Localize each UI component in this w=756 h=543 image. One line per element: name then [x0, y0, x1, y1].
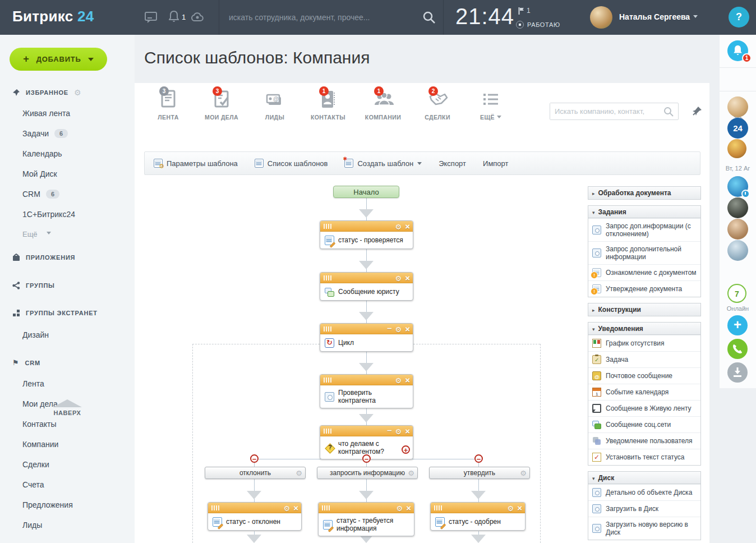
sidebar-item-live-feed[interactable]: Живая лента [22, 109, 70, 118]
bitrix24-logo[interactable]: Битрикс 24 [12, 8, 94, 25]
drag-handle[interactable] [324, 326, 333, 332]
template-params-button[interactable]: Параметры шаблона [154, 159, 238, 168]
sidebar-item-leads[interactable]: Лиды [22, 521, 42, 530]
sidebar-item-quotes[interactable]: Предложения [22, 500, 73, 509]
search-icon[interactable] [422, 11, 436, 24]
messenger-icon[interactable] [145, 12, 158, 24]
gear-icon[interactable] [397, 503, 403, 513]
tab-deals[interactable]: 2 СДЕЛКИ [412, 90, 463, 121]
collapse-branch-button[interactable] [362, 454, 371, 463]
add-branch-button[interactable] [402, 445, 410, 454]
tab-feed[interactable]: 3 ЛЕНТА [142, 90, 194, 121]
drag-handle[interactable] [322, 505, 331, 510]
groups-section-header[interactable]: ГРУППЫ [12, 282, 55, 289]
download-app-button[interactable] [727, 362, 748, 383]
sidebar-item-calendar[interactable]: Календарь [22, 149, 62, 158]
crm-search-input[interactable] [550, 103, 657, 119]
chat-avatar[interactable] [727, 219, 748, 240]
gear-icon[interactable] [395, 324, 402, 334]
back-to-top-button[interactable]: НАВЕРХ [34, 399, 101, 416]
sidebar-item-design[interactable]: Дизайн [22, 330, 49, 339]
invite-button[interactable]: + [727, 315, 748, 335]
palette-item[interactable]: Загрузить в Диск [588, 500, 700, 517]
bell-icon[interactable] [169, 11, 179, 23]
palette-item[interactable]: Детально об объекте Диска [588, 484, 700, 500]
cloud-icon[interactable] [191, 12, 204, 22]
node-status-info-required[interactable]: статус - требуется информация [318, 502, 414, 536]
branch-request-info[interactable]: запросить информацию [317, 467, 418, 479]
tab-more[interactable]: ЕЩЁ [465, 90, 517, 121]
sidebar-item-my-disk[interactable]: Мой Диск [22, 169, 57, 178]
gear-icon[interactable] [395, 426, 402, 436]
sidebar-item-contacts[interactable]: Контакты [22, 420, 56, 429]
chat-avatar[interactable] [727, 240, 748, 261]
close-icon[interactable] [406, 503, 411, 513]
global-search-input[interactable] [229, 9, 420, 26]
extranet-section-header[interactable]: ГРУППЫ ЭКСТРАНЕТ [12, 309, 98, 317]
export-button[interactable]: Экспорт [439, 159, 466, 168]
workflow-start-node[interactable]: Начало [333, 186, 399, 198]
phone-button[interactable] [727, 339, 748, 359]
minimize-icon[interactable] [387, 325, 391, 333]
bitrix24-chat-button[interactable]: 24 [727, 118, 748, 139]
gear-icon[interactable]: ⚙ [74, 88, 81, 97]
work-status[interactable]: РАБОТАЮ [516, 21, 560, 29]
palette-item[interactable]: Запрос дополнительной информации [588, 241, 700, 264]
close-icon[interactable] [293, 503, 298, 513]
palette-item[interactable]: Запрос доп.информации (с отклонением) [588, 218, 700, 241]
branch-reject[interactable]: отклонить [205, 467, 306, 479]
sidebar-item-1c-bitrix[interactable]: 1С+Битрикс24 [22, 210, 75, 219]
palette-item[interactable]: Почтовое сообщение [588, 367, 700, 384]
sidebar-item-tasks[interactable]: Задачи6 [22, 129, 68, 138]
palette-item[interactable]: Сообщение соц.сети [588, 416, 700, 432]
palette-item[interactable]: Утверждение документа [588, 280, 700, 297]
user-avatar[interactable] [590, 6, 612, 29]
node-status-check[interactable]: статус - проверяется [320, 220, 413, 249]
tab-contacts[interactable]: 1 КОНТАКТЫ [302, 90, 354, 121]
template-list-button[interactable]: Список шаблонов [255, 159, 328, 168]
drag-handle[interactable] [324, 275, 333, 280]
user-menu[interactable]: Наталья Сергеева [619, 12, 698, 21]
close-icon[interactable] [405, 324, 410, 334]
chat-avatar[interactable] [727, 139, 746, 158]
favorites-section-header[interactable]: ИЗБРАННОЕ ⚙ [12, 88, 81, 97]
close-icon[interactable] [517, 503, 522, 513]
branch-approve[interactable]: утвердить [429, 467, 530, 479]
import-button[interactable]: Импорт [483, 159, 508, 168]
create-template-button[interactable]: Создать шаблон [344, 159, 422, 168]
chat-avatar[interactable] [727, 176, 748, 197]
drag-handle[interactable] [211, 505, 220, 510]
node-status-rejected[interactable]: статус - отклонен [208, 502, 302, 531]
close-icon[interactable] [405, 426, 410, 436]
online-counter[interactable]: 7 [727, 284, 746, 303]
collapse-branch-button[interactable] [250, 454, 259, 463]
drag-handle[interactable] [434, 505, 443, 510]
node-message-lawyer[interactable]: Сообщение юристу [320, 272, 413, 301]
palette-item[interactable]: Уведомление пользователя [588, 432, 700, 449]
tab-my-activities[interactable]: 3 МОИ ДЕЛА [196, 90, 247, 121]
close-icon[interactable] [405, 273, 410, 283]
gear-icon[interactable] [395, 222, 402, 232]
node-loop[interactable]: Цикл [320, 323, 413, 352]
drag-handle[interactable] [324, 378, 333, 383]
help-button[interactable]: ? [729, 7, 749, 27]
sidebar-item-companies[interactable]: Компании [22, 440, 58, 449]
clock[interactable]: 21:44 [455, 4, 514, 29]
palette-item[interactable]: Установить текст статуса [588, 449, 700, 465]
drag-handle[interactable] [324, 429, 333, 434]
chat-avatar[interactable] [727, 197, 748, 218]
chat-avatar[interactable] [727, 96, 748, 117]
crm-section-header[interactable]: ⚑ CRM [12, 358, 40, 367]
node-verify-counterparty[interactable]: Проверить контрагента [320, 374, 413, 408]
minimize-icon[interactable] [387, 427, 391, 435]
notifications-button[interactable]: 1 [727, 40, 748, 61]
node-status-approved[interactable]: статус - одобрен [430, 502, 525, 531]
pin-toggle-icon[interactable] [692, 105, 703, 117]
palette-item[interactable]: Ознакомление с документом [588, 264, 700, 280]
add-button[interactable]: + ДОБАВИТЬ [10, 48, 107, 71]
palette-item[interactable]: Сообщение в Живую ленту [588, 400, 700, 416]
gear-icon[interactable] [284, 503, 291, 513]
gear-icon[interactable] [508, 503, 514, 513]
apps-section-header[interactable]: ПРИЛОЖЕНИЯ [12, 254, 75, 261]
palette-item[interactable]: Событие календаря [588, 384, 700, 400]
